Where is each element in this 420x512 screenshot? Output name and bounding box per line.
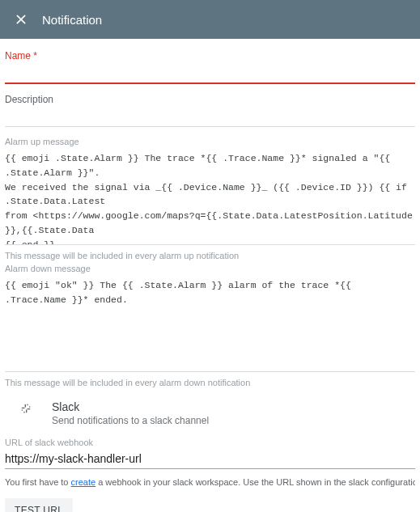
alarm-up-textarea[interactable] (5, 148, 415, 245)
name-label-text: Name (5, 50, 31, 61)
create-webhook-link[interactable]: create (71, 477, 96, 487)
alarm-up-helper: This message will be included in every a… (5, 251, 415, 260)
alarm-up-label: Alarm up message (5, 137, 415, 146)
alarm-down-label: Alarm down message (5, 264, 415, 273)
dialog-title: Notification (42, 13, 102, 27)
svg-rect-2 (22, 407, 25, 408)
name-label: Name * (5, 50, 415, 61)
svg-point-9 (27, 404, 28, 405)
dialog-header: Notification (0, 0, 420, 39)
slack-icon (15, 400, 37, 415)
slack-text: Slack Send notifications to a slack chan… (52, 400, 209, 426)
svg-point-6 (22, 409, 23, 411)
svg-rect-4 (25, 404, 26, 407)
dialog-content: Name * Description Alarm up message This… (0, 39, 420, 512)
svg-rect-3 (27, 408, 30, 409)
slack-subtitle: Send notifications to a slack channel (52, 415, 209, 426)
test-url-button[interactable]: TEST URL (5, 498, 73, 512)
slack-hint-suffix: a webhook in your slack workspace. Use t… (95, 477, 415, 487)
slack-section: Slack Send notifications to a slack chan… (5, 387, 415, 438)
alarm-down-textarea[interactable] (5, 275, 415, 372)
alarm-down-helper: This message will be included in every a… (5, 378, 415, 387)
close-icon[interactable] (11, 10, 31, 29)
svg-point-8 (23, 412, 25, 413)
required-asterisk: * (33, 50, 37, 61)
slack-hint-prefix: You first have to (5, 477, 71, 487)
description-input[interactable] (5, 107, 415, 127)
slack-title: Slack (52, 400, 209, 413)
slack-hint: You first have to create a webhook in yo… (5, 477, 415, 487)
svg-point-7 (29, 406, 31, 408)
slack-url-input[interactable] (5, 447, 415, 469)
svg-rect-5 (26, 409, 27, 413)
description-field: Description (5, 94, 415, 127)
name-input[interactable] (5, 63, 415, 84)
name-field: Name * (5, 50, 415, 84)
description-label: Description (5, 94, 415, 105)
slack-url-label: URL of slack webhook (5, 438, 415, 447)
